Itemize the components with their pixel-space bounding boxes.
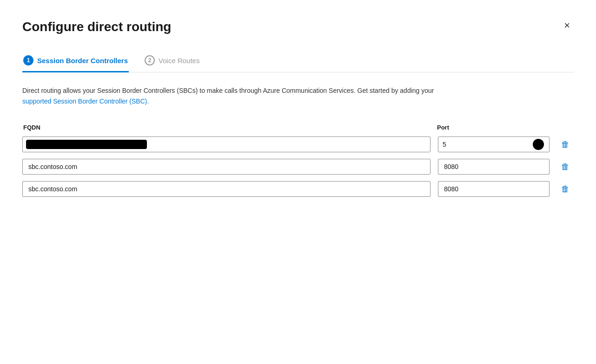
- description-text-before-link: Direct routing allows your Session Borde…: [22, 87, 434, 94]
- table-row: 🗑: [22, 158, 574, 175]
- port-input-3[interactable]: [438, 181, 550, 197]
- tab-session-border-controllers[interactable]: 1 Session Border Controllers: [22, 51, 129, 72]
- tab-voice-routes[interactable]: 2 Voice Routes: [144, 51, 200, 72]
- fqdn-label: FQDN: [22, 124, 40, 131]
- port-column-header: Port: [436, 123, 548, 131]
- port-input-1[interactable]: [438, 136, 550, 152]
- trash-icon-1: 🗑: [561, 140, 570, 150]
- description-text: Direct routing allows your Session Borde…: [22, 85, 441, 106]
- tabs-container: 1 Session Border Controllers 2 Voice Rou…: [22, 50, 574, 72]
- sbc-link[interactable]: supported Session Border Controller (SBC…: [22, 98, 149, 105]
- fqdn-column-header: FQDN: [22, 123, 429, 131]
- port-input-2[interactable]: [438, 159, 550, 175]
- trash-icon-3: 🗑: [561, 184, 570, 194]
- tab-sbc-number: 1: [23, 55, 33, 65]
- fqdn-input-1[interactable]: [22, 136, 430, 152]
- delete-button-1[interactable]: 🗑: [557, 136, 574, 153]
- tab-voice-routes-number: 2: [145, 55, 155, 65]
- tab-voice-routes-label: Voice Routes: [159, 57, 199, 65]
- dialog-header: Configure direct routing ×: [22, 19, 574, 35]
- port-field-1-wrapper: 5: [438, 136, 550, 152]
- table-header: FQDN Port: [22, 123, 574, 131]
- action-column-header: [555, 123, 574, 131]
- table-row: 🗑: [22, 181, 574, 197]
- fqdn-field-1-wrapper: [22, 136, 430, 152]
- dialog-title: Configure direct routing: [22, 19, 171, 35]
- delete-button-2[interactable]: 🗑: [557, 158, 574, 175]
- close-button[interactable]: ×: [560, 19, 574, 32]
- fqdn-input-3[interactable]: [22, 181, 430, 197]
- configure-direct-routing-dialog: Configure direct routing × 1 Session Bor…: [0, 0, 596, 364]
- tab-sbc-label: Session Border Controllers: [37, 57, 128, 65]
- fqdn-input-2[interactable]: [22, 159, 430, 175]
- trash-icon-2: 🗑: [561, 162, 570, 172]
- table-row: 5 🗑: [22, 136, 574, 153]
- delete-button-3[interactable]: 🗑: [557, 181, 574, 197]
- port-label: Port: [436, 124, 449, 131]
